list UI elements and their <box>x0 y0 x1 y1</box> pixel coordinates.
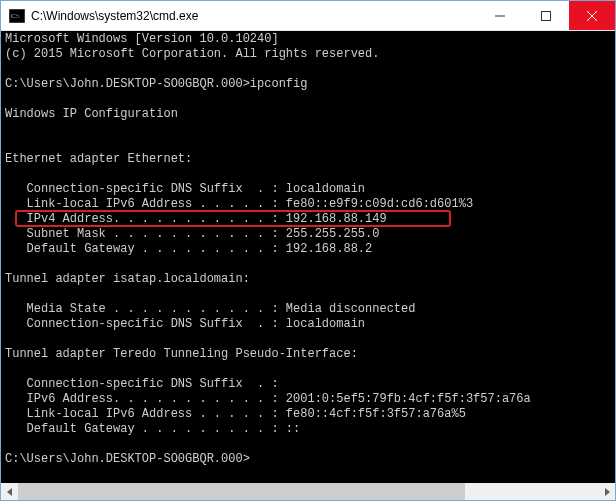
svg-marker-6 <box>7 488 12 496</box>
cmd-icon: C:\ <box>9 9 25 23</box>
scroll-left-button[interactable] <box>1 483 18 500</box>
scrollbar-thumb[interactable] <box>18 483 465 500</box>
window-title: C:\Windows\system32\cmd.exe <box>31 9 477 23</box>
close-button[interactable] <box>569 1 615 30</box>
terminal-text: Microsoft Windows [Version 10.0.10240] (… <box>5 32 611 467</box>
window-controls <box>477 1 615 30</box>
minimize-button[interactable] <box>477 1 523 30</box>
horizontal-scrollbar[interactable] <box>1 483 615 500</box>
window-titlebar: C:\ C:\Windows\system32\cmd.exe <box>1 1 615 31</box>
svg-marker-7 <box>605 488 610 496</box>
svg-rect-3 <box>542 11 551 20</box>
scrollbar-track[interactable] <box>18 483 598 500</box>
scroll-right-button[interactable] <box>598 483 615 500</box>
maximize-button[interactable] <box>523 1 569 30</box>
svg-text:C:\: C:\ <box>11 12 20 20</box>
terminal-output[interactable]: Microsoft Windows [Version 10.0.10240] (… <box>1 31 615 483</box>
